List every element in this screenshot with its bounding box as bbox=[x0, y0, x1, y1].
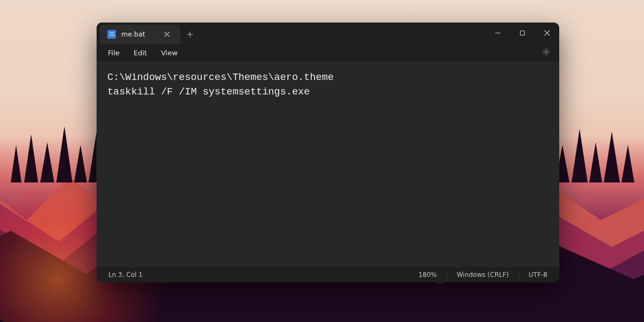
maximize-button[interactable] bbox=[510, 23, 535, 43]
status-cursor-position[interactable]: Ln 3, Col 1 bbox=[99, 267, 152, 282]
text-editor[interactable]: C:\Windows\resources\Themes\aero.theme t… bbox=[97, 62, 559, 266]
svg-rect-0 bbox=[520, 31, 524, 35]
notepad-window: me.bat File Edit View bbox=[97, 23, 559, 282]
window-controls bbox=[485, 23, 559, 43]
menu-edit[interactable]: Edit bbox=[128, 46, 153, 60]
menu-view[interactable]: View bbox=[155, 46, 184, 60]
menubar: File Edit View bbox=[97, 44, 559, 62]
svg-point-1 bbox=[545, 50, 547, 53]
new-tab-button[interactable] bbox=[180, 25, 200, 43]
status-zoom[interactable]: 180% bbox=[409, 267, 447, 282]
settings-button[interactable] bbox=[538, 45, 554, 61]
tree-row-left bbox=[0, 113, 113, 190]
menu-file[interactable]: File bbox=[102, 46, 126, 60]
gear-icon bbox=[541, 47, 551, 58]
titlebar[interactable]: me.bat bbox=[97, 23, 559, 44]
status-encoding[interactable]: UTF-8 bbox=[519, 267, 557, 282]
document-icon bbox=[107, 30, 116, 39]
editor-tab[interactable]: me.bat bbox=[100, 25, 180, 43]
close-window-button[interactable] bbox=[535, 23, 559, 43]
close-tab-button[interactable] bbox=[161, 28, 173, 40]
statusbar: Ln 3, Col 1 180% Windows (CRLF) UTF-8 bbox=[97, 266, 559, 282]
tab-title: me.bat bbox=[121, 30, 156, 38]
status-line-ending[interactable]: Windows (CRLF) bbox=[447, 267, 518, 282]
minimize-button[interactable] bbox=[485, 23, 510, 43]
